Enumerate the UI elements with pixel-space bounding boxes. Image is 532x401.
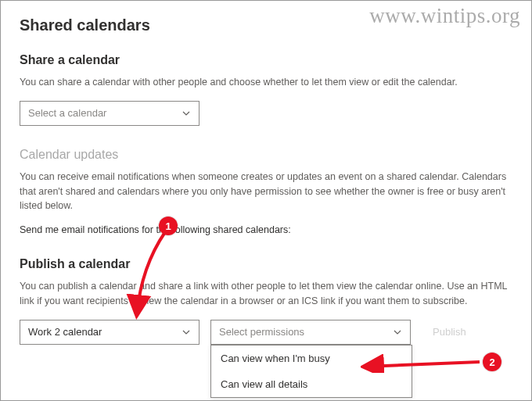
publish-calendar-section: Publish a calendar You can publish a cal…: [20, 257, 512, 345]
shared-calendars-panel: Shared calendars Share a calendar You ca…: [1, 1, 531, 360]
publish-section-desc: You can publish a calendar and share a l…: [20, 279, 512, 309]
annotation-badge-2: 2: [483, 353, 501, 371]
updates-section-desc: You can receive email notifications when…: [20, 170, 512, 213]
updates-section-title: Calendar updates: [20, 148, 512, 162]
publish-calendar-dropdown[interactable]: Work 2 calendar: [20, 320, 200, 345]
option-view-all-details[interactable]: Can view all details: [211, 371, 412, 397]
chevron-down-icon: [393, 328, 402, 337]
share-calendar-dropdown-placeholder: Select a calendar: [28, 107, 106, 119]
publish-button[interactable]: Publish: [422, 320, 477, 345]
share-section-desc: You can share a calendar with other peop…: [20, 75, 512, 90]
calendar-updates-section: Calendar updates You can receive email n…: [20, 148, 512, 235]
updates-instruction: Send me email notifications for the foll…: [20, 224, 512, 235]
page-title: Shared calendars: [20, 16, 512, 34]
annotation-badge-1: 1: [159, 217, 178, 235]
permissions-options-popup: Can view when I'm busy Can view all deta…: [210, 345, 412, 398]
share-calendar-section: Share a calendar You can share a calenda…: [20, 53, 512, 126]
chevron-down-icon: [182, 109, 191, 118]
share-section-title: Share a calendar: [20, 53, 512, 67]
select-permissions-dropdown[interactable]: Select permissions Can view when I'm bus…: [210, 320, 411, 345]
publish-calendar-dropdown-value: Work 2 calendar: [28, 326, 102, 338]
option-view-busy[interactable]: Can view when I'm busy: [211, 346, 412, 371]
share-calendar-dropdown[interactable]: Select a calendar: [20, 101, 200, 126]
publish-section-title: Publish a calendar: [20, 257, 512, 271]
chevron-down-icon: [182, 328, 191, 337]
select-permissions-placeholder: Select permissions: [219, 326, 304, 338]
publish-controls-row: Work 2 calendar Select permissions Can v…: [20, 320, 512, 345]
